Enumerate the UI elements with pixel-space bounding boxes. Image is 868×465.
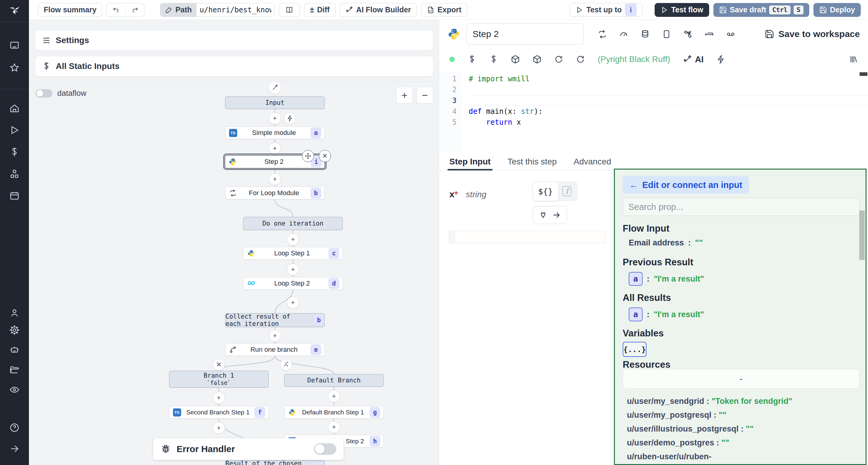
flow-node-do-one-iteration[interactable]: Do one iteration	[243, 217, 343, 230]
user-icon[interactable]	[9, 308, 20, 318]
flow-node-loop-step-1[interactable]: Loop Step 1 c	[243, 247, 343, 260]
trigger-button[interactable]	[284, 112, 296, 124]
undo-button[interactable]	[107, 3, 125, 16]
connect-scrollbar[interactable]	[859, 210, 865, 260]
add-step-button[interactable]: +	[213, 422, 225, 434]
diff-button[interactable]: ±Diff	[304, 3, 335, 17]
step-name-input[interactable]	[466, 24, 584, 44]
flow-node-run-one-branch[interactable]: Run one branch e	[225, 343, 324, 356]
expand-arrow-icon[interactable]	[9, 443, 20, 454]
resource-row[interactable]: u/user/my_postgresql : ""	[627, 409, 866, 421]
ai-suggest-button[interactable]	[268, 81, 281, 94]
step-chip[interactable]: a	[629, 307, 643, 321]
tab-step-input[interactable]: Step Input	[450, 155, 491, 170]
audit-eye-icon[interactable]	[9, 385, 20, 395]
sleep-frame-icon[interactable]	[705, 30, 714, 39]
flow-node-simple-module[interactable]: TS Simple module a	[225, 127, 324, 139]
retry-icon[interactable]	[598, 30, 607, 39]
folders-icon[interactable]	[9, 365, 20, 375]
previous-result-row[interactable]: a : "I'm a result"	[629, 272, 704, 286]
library-icon[interactable]	[849, 55, 858, 64]
mock-square-icon[interactable]	[662, 30, 671, 39]
flow-node-loop-step-2[interactable]: GO Loop Step 2 d	[243, 277, 343, 290]
resource-row[interactable]: u/user/demo_postgres : ""	[627, 436, 866, 449]
save-draft-button[interactable]: Save draft Ctrl S	[713, 3, 809, 17]
path-input[interactable]	[196, 3, 274, 16]
docs-book-button[interactable]	[279, 3, 300, 17]
favorites-star-icon[interactable]	[9, 63, 20, 73]
voicemail-icon[interactable]	[726, 30, 735, 39]
suspend-phone-icon[interactable]	[683, 30, 692, 39]
editor-scrollbar[interactable]	[860, 72, 867, 76]
resource-row[interactable]: u/user/illustrious_postgresql : ""	[627, 423, 866, 435]
tab-advanced[interactable]: Advanced	[574, 155, 611, 170]
export-button[interactable]: Export	[421, 3, 467, 17]
add-step-button[interactable]: +	[287, 264, 299, 275]
flow-node-default-branch-step-1[interactable]: Default Branch Step 1 g	[284, 406, 384, 419]
flow-node-result[interactable]: Result of the chosen branch e	[225, 460, 324, 465]
resources-icon[interactable]	[9, 169, 20, 179]
cache-database-icon[interactable]	[641, 30, 650, 39]
variables-row[interactable]: {...}	[623, 342, 647, 357]
add-step-button[interactable]: +	[269, 330, 281, 342]
add-step-button[interactable]: +	[328, 421, 340, 433]
add-step-button[interactable]: +	[269, 173, 281, 185]
add-step-button[interactable]: +	[287, 233, 299, 245]
variable-dollar-icon[interactable]	[467, 55, 476, 64]
add-step-button[interactable]: +	[287, 297, 299, 309]
flow-node-for-loop[interactable]: For Loop Module b	[225, 187, 324, 199]
runs-icon[interactable]	[9, 125, 20, 135]
variables-icon[interactable]	[9, 147, 20, 157]
windmill-logo[interactable]	[0, 0, 29, 20]
code-editor[interactable]: 1 2 3 4 5 # import wmill def main(x: str…	[439, 71, 868, 152]
add-step-button[interactable]: +	[269, 142, 281, 155]
all-results-row[interactable]: a : "I'm a result"	[629, 307, 704, 321]
template-expr-toggle[interactable]: ${}	[532, 181, 558, 201]
deploy-button[interactable]: Deploy	[813, 3, 861, 17]
home-icon[interactable]	[9, 103, 20, 113]
resource-dollar-icon[interactable]	[489, 55, 498, 64]
search-prop-input[interactable]	[628, 202, 854, 212]
tab-test-this-step[interactable]: Test this step	[507, 155, 557, 170]
add-branch-button[interactable]	[280, 359, 292, 371]
save-to-workspace-button[interactable]: Save to workspace	[765, 29, 860, 39]
flow-node-branch-1[interactable]: Branch 1 `false`	[169, 371, 269, 388]
delete-step-button[interactable]: ✕	[319, 150, 331, 162]
add-step-button[interactable]: +	[269, 112, 281, 124]
schedules-icon[interactable]	[9, 191, 20, 201]
resource-row[interactable]: u/ruben-user/u/ruben-user/my_flow_2/g/al…	[627, 450, 866, 465]
workers-robot-icon[interactable]	[9, 344, 20, 355]
apps-icon[interactable]	[9, 40, 20, 50]
connect-input-group[interactable]	[532, 206, 567, 224]
flow-summary-button[interactable]: Flow summary	[38, 3, 102, 17]
resources-filter[interactable]: -	[623, 369, 860, 389]
error-handler-toggle[interactable]	[314, 443, 336, 455]
redo-button[interactable]	[125, 3, 144, 16]
flow-node-input[interactable]: Input	[225, 96, 324, 109]
argument-value-editor[interactable]	[449, 231, 606, 243]
test-flow-button[interactable]: Test flow	[655, 3, 709, 17]
add-step-button[interactable]: +	[328, 390, 340, 402]
variables-chip[interactable]: {...}	[623, 342, 647, 357]
gauge-icon[interactable]	[619, 30, 628, 39]
settings-gear-icon[interactable]	[9, 325, 20, 335]
add-step-button[interactable]: +	[213, 392, 225, 404]
ai-gen-button[interactable]: AI	[683, 55, 704, 64]
reset-icon[interactable]	[576, 55, 585, 64]
package-icon[interactable]	[532, 55, 541, 64]
move-step-button[interactable]	[302, 150, 314, 162]
flow-node-default-branch[interactable]: Default Branch	[284, 374, 384, 387]
step-chip[interactable]: a	[629, 272, 643, 286]
package-icon[interactable]	[511, 55, 520, 64]
test-up-to-button[interactable]: Test up to i	[569, 3, 643, 17]
remove-branch-button[interactable]: ✕	[213, 359, 225, 371]
reload-icon[interactable]	[554, 55, 563, 64]
ai-flow-builder-button[interactable]: AI Flow Builder	[340, 3, 417, 17]
function-toggle[interactable]: f	[558, 186, 575, 196]
flow-node-collect-result[interactable]: Collect result of each iteration b	[225, 313, 324, 327]
resource-row[interactable]: u/user/my_sendgrid : "Token for sendgrid…	[627, 395, 866, 407]
flow-canvas[interactable]: Settings All Static Inputs dataflow + − …	[29, 20, 439, 465]
edit-or-connect-chip[interactable]: ← Edit or connect an input	[623, 176, 749, 194]
flow-node-second-branch-step-1[interactable]: TS Second Branch Step 1 f	[169, 406, 269, 419]
help-icon[interactable]	[9, 423, 20, 433]
